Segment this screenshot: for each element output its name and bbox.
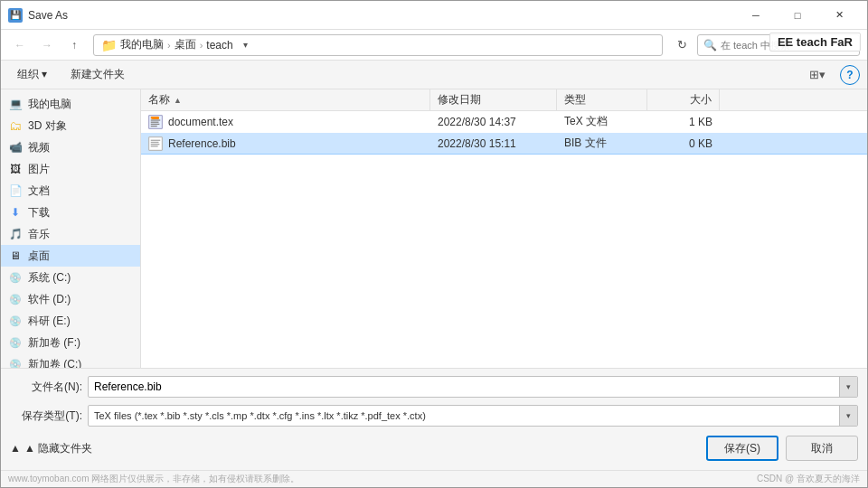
- svg-rect-5: [151, 125, 157, 126]
- svg-rect-1: [151, 116, 157, 118]
- csdn-label: CSDN @ 音欢夏天的海洋: [757, 473, 860, 485]
- watermark-text: www.toymoban.com 网络图片仅供展示，非存储，如有侵权请联系删除。: [8, 473, 299, 485]
- sidebar-item-drive-c[interactable]: 💿 系统 (C:): [1, 267, 140, 288]
- file-type-bib: BIB 文件: [557, 133, 647, 155]
- organize-button[interactable]: 组织 ▾: [8, 64, 56, 86]
- breadcrumb-pc: 我的电脑: [120, 37, 164, 52]
- search-input[interactable]: [721, 40, 854, 51]
- svg-rect-10: [151, 145, 158, 146]
- sidebar: 💻 我的电脑 🗂 3D 对象 📹 视频 🖼 图片 📄 文档 ⬇ 下载: [1, 89, 141, 368]
- col-header-name[interactable]: 名称 ▲: [141, 89, 430, 111]
- up-button[interactable]: ↑: [62, 33, 86, 57]
- breadcrumb-sep-2: ›: [200, 40, 203, 51]
- drive-d-icon: 💿: [8, 292, 23, 306]
- filetype-value: TeX files (*.tex *.bib *.sty *.cls *.mp …: [94, 410, 839, 421]
- col-header-size[interactable]: 大小: [647, 89, 720, 111]
- file-row-bib[interactable]: Reference.bib 2022/8/30 15:11 BIB 文件 0 K…: [141, 133, 867, 155]
- col-header-date[interactable]: 修改日期: [430, 89, 557, 111]
- folder-video-icon: 📹: [8, 140, 23, 155]
- button-row: ▲ ▲ 隐藏文件夹 保存(S) 取消: [10, 432, 858, 465]
- cancel-button[interactable]: 取消: [786, 436, 858, 461]
- new-folder-label: 新建文件夹: [71, 67, 125, 82]
- drive-e-icon: 💿: [8, 314, 23, 328]
- svg-rect-4: [151, 123, 160, 124]
- file-list-area: 名称 ▲ 修改日期 类型 大小: [141, 89, 867, 368]
- sidebar-item-drive-e[interactable]: 💿 科研 (E:): [1, 310, 140, 332]
- dialog-title: Save As: [28, 9, 730, 22]
- sidebar-item-videos[interactable]: 📹 视频: [1, 136, 140, 158]
- file-type-tex: TeX 文档: [557, 111, 647, 133]
- search-icon: 🔍: [703, 39, 717, 52]
- new-folder-button[interactable]: 新建文件夹: [61, 64, 134, 86]
- folder-3d-icon: 🗂: [8, 118, 23, 133]
- breadcrumb-sep-1: ›: [167, 40, 171, 51]
- svg-rect-2: [151, 119, 161, 120]
- hide-folders-toggle[interactable]: ▲ ▲ 隐藏文件夹: [10, 441, 92, 456]
- title-bar: 💾 Save As ─ □ ✕: [1, 1, 867, 30]
- sidebar-item-desktop[interactable]: 🖥 桌面: [1, 245, 140, 267]
- breadcrumb[interactable]: 📁 我的电脑 › 桌面 › teach ▾: [93, 34, 663, 56]
- bottom-area: 文件名(N): ▾ 保存类型(T): TeX files (*.tex *.bi…: [1, 368, 867, 470]
- svg-rect-9: [151, 144, 160, 145]
- action-bar: 组织 ▾ 新建文件夹 ⊞▾ ?: [1, 61, 867, 89]
- breadcrumb-folder-icon: 📁: [101, 38, 117, 52]
- svg-rect-3: [151, 121, 159, 122]
- sidebar-item-drive-d[interactable]: 💿 软件 (D:): [1, 288, 140, 310]
- breadcrumb-desktop: 桌面: [175, 37, 196, 52]
- back-button[interactable]: ←: [8, 33, 32, 57]
- filetype-dropdown-arrow[interactable]: ▾: [839, 406, 857, 426]
- filename-input[interactable]: [94, 380, 839, 393]
- sidebar-item-documents[interactable]: 📄 文档: [1, 180, 140, 202]
- col-header-type[interactable]: 类型: [557, 89, 647, 111]
- file-date-bib: 2022/8/30 15:11: [430, 133, 557, 155]
- filetype-label: 保存类型(T):: [10, 408, 82, 424]
- filename-input-wrapper[interactable]: ▾: [88, 376, 858, 398]
- file-name-bib: Reference.bib: [141, 133, 430, 155]
- file-list-header: 名称 ▲ 修改日期 类型 大小: [141, 89, 867, 111]
- sidebar-item-pictures[interactable]: 🖼 图片: [1, 158, 140, 180]
- filetype-dropdown[interactable]: TeX files (*.tex *.bib *.sty *.cls *.mp …: [88, 405, 858, 427]
- minimize-button[interactable]: ─: [735, 1, 777, 30]
- drive-c2-icon: 💿: [8, 357, 23, 368]
- file-list: document.tex 2022/8/30 14:37 TeX 文档 1 KB: [141, 111, 867, 368]
- view-button[interactable]: ⊞▾: [806, 64, 829, 86]
- filename-dropdown-arrow[interactable]: ▾: [839, 377, 857, 397]
- svg-rect-7: [151, 139, 161, 140]
- folder-desktop-icon: 🖥: [8, 249, 23, 263]
- folder-music-icon: 🎵: [8, 227, 23, 241]
- content-area: 💻 我的电脑 🗂 3D 对象 📹 视频 🖼 图片 📄 文档 ⬇ 下载: [1, 89, 867, 368]
- folder-doc-icon: 📄: [8, 183, 23, 198]
- breadcrumb-dropdown-button[interactable]: ▾: [239, 38, 253, 52]
- sidebar-item-downloads[interactable]: ⬇ 下载: [1, 202, 140, 223]
- file-name-tex: document.tex: [141, 111, 430, 133]
- title-bar-buttons: ─ □ ✕: [735, 1, 860, 30]
- folder-dl-icon: ⬇: [8, 205, 23, 220]
- svg-rect-8: [151, 141, 159, 142]
- close-button[interactable]: ✕: [818, 1, 860, 30]
- save-as-dialog: 💾 Save As ─ □ ✕ ← → ↑ 📁 我的电脑 › 桌面 › teac…: [0, 0, 868, 488]
- filename-label: 文件名(N):: [10, 380, 82, 395]
- file-size-tex: 1 KB: [647, 111, 720, 133]
- sort-arrow: ▲: [174, 96, 182, 105]
- sidebar-item-3d[interactable]: 🗂 3D 对象: [1, 115, 140, 136]
- sidebar-item-drive-c2[interactable]: 💿 新加卷 (C:): [1, 353, 140, 368]
- navigation-toolbar: ← → ↑ 📁 我的电脑 › 桌面 › teach ▾ ↻ 🔍: [1, 30, 867, 61]
- filetype-row: 保存类型(T): TeX files (*.tex *.bib *.sty *.…: [10, 403, 858, 428]
- file-row-tex[interactable]: document.tex 2022/8/30 14:37 TeX 文档 1 KB: [141, 111, 867, 133]
- bib-file-icon: [148, 136, 163, 151]
- forward-button[interactable]: →: [35, 33, 59, 57]
- sidebar-item-music[interactable]: 🎵 音乐: [1, 223, 140, 245]
- file-size-bib: 0 KB: [647, 133, 720, 155]
- maximize-button[interactable]: □: [777, 1, 818, 30]
- tex-file-icon: [148, 115, 163, 129]
- sidebar-item-my-computer[interactable]: 💻 我的电脑: [1, 93, 140, 115]
- search-box[interactable]: 🔍: [697, 34, 860, 56]
- organize-label: 组织 ▾: [17, 67, 47, 82]
- toggle-label: ▲ 隐藏文件夹: [24, 441, 92, 456]
- refresh-button[interactable]: ↻: [670, 33, 693, 57]
- sidebar-item-drive-f[interactable]: 💿 新加卷 (F:): [1, 332, 140, 353]
- drive-f-icon: 💿: [8, 335, 23, 350]
- help-button[interactable]: ?: [840, 65, 860, 85]
- save-button[interactable]: 保存(S): [706, 436, 778, 461]
- filename-row: 文件名(N): ▾: [10, 374, 858, 399]
